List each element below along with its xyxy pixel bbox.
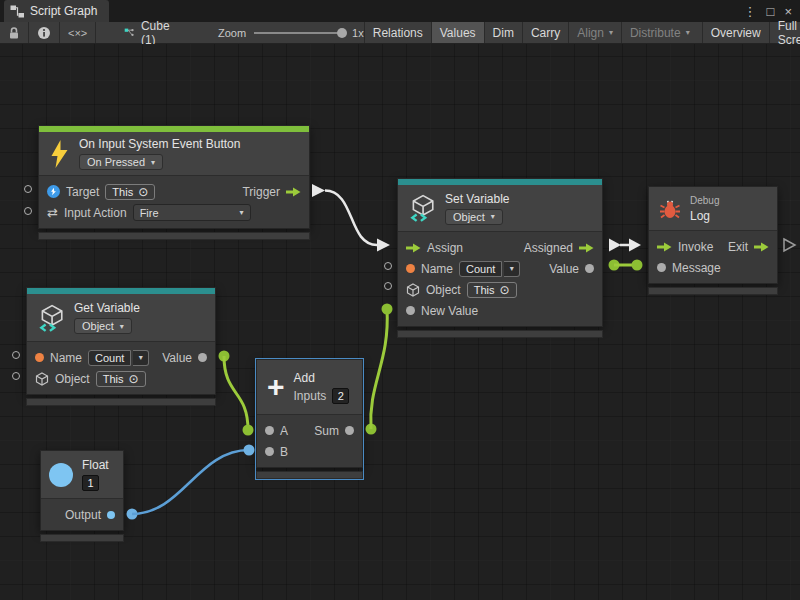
- a-in-port[interactable]: [265, 426, 274, 435]
- get-variable-node[interactable]: Get Variable Object ▾ Name Count ▾: [26, 287, 216, 406]
- new-value-in-port[interactable]: [406, 306, 415, 315]
- sum-out-port[interactable]: [345, 426, 354, 435]
- port-label: Input Action: [64, 206, 127, 220]
- node-footer: [397, 330, 603, 338]
- event-mode-dropdown[interactable]: On Pressed ▾: [79, 154, 163, 170]
- exit-flow-out-port[interactable]: [754, 242, 769, 252]
- node-title: Set Variable: [445, 192, 509, 206]
- wire-sum-to-newvalue[interactable]: [366, 304, 393, 435]
- unconnected-port[interactable]: [384, 282, 392, 290]
- zoom-value: 1x: [352, 27, 364, 39]
- toolbar-right-group: Relations Values Dim Carry Align ▾ Distr…: [364, 22, 800, 43]
- message-port-row: Message: [649, 257, 777, 278]
- window-maximize-icon[interactable]: □: [767, 5, 775, 18]
- variable-name-dropdown[interactable]: Count ▾: [88, 350, 149, 366]
- distribute-dropdown-button[interactable]: Distribute ▾: [621, 22, 698, 43]
- collapse-button[interactable]: <×>: [60, 22, 96, 43]
- wire-output-to-b[interactable]: [127, 445, 255, 520]
- node-title: On Input System Event Button: [79, 137, 240, 151]
- unconnected-port[interactable]: [12, 372, 20, 380]
- port-label: Object: [55, 372, 90, 386]
- unconnected-port[interactable]: [24, 185, 32, 193]
- add-node[interactable]: + Add Inputs 2 A Sum: [256, 359, 363, 479]
- variable-cube-icon: [408, 194, 436, 222]
- bug-icon: [659, 198, 681, 220]
- variable-scope-dropdown[interactable]: Object ▾: [445, 209, 503, 225]
- lock-button[interactable]: [0, 22, 29, 43]
- exit-unconnected-port[interactable]: [784, 239, 795, 251]
- window-menu-icon[interactable]: ⋮: [744, 5, 757, 18]
- variable-cube-icon: [37, 304, 65, 332]
- name-value-port[interactable]: [406, 264, 415, 273]
- unconnected-port[interactable]: [12, 351, 20, 359]
- unconnected-port[interactable]: [384, 262, 392, 270]
- object-value: This: [103, 373, 124, 385]
- node-footer: [40, 534, 124, 542]
- relations-button[interactable]: Relations: [364, 22, 431, 43]
- port-label: A: [280, 424, 288, 438]
- trigger-flow-out-port[interactable]: [286, 187, 301, 197]
- target-icon: ⊙: [138, 186, 148, 198]
- chevron-down-icon: ▾: [240, 208, 244, 217]
- wire-getvalue-to-a[interactable]: [219, 351, 254, 436]
- wire-assigned-to-invoke[interactable]: [609, 239, 641, 252]
- window-close-icon[interactable]: ×: [784, 5, 792, 18]
- wire-value-to-message[interactable]: [609, 260, 643, 271]
- float-node[interactable]: Float 1 Output: [40, 450, 124, 542]
- port-label: Sum: [314, 424, 339, 438]
- debug-log-node[interactable]: Debug Log Invoke Exit: [648, 186, 778, 295]
- value-out-port[interactable]: [198, 353, 207, 362]
- values-button[interactable]: Values: [431, 22, 484, 43]
- node-footer: [256, 471, 363, 479]
- tab-script-graph[interactable]: Script Graph: [4, 0, 109, 22]
- message-in-port[interactable]: [657, 263, 666, 272]
- on-input-event-node[interactable]: On Input System Event Button On Pressed …: [38, 125, 310, 240]
- debug-log-header: Debug Log: [649, 187, 777, 231]
- target-this-pill[interactable]: This ⊙: [105, 184, 155, 200]
- node-footer: [26, 398, 216, 406]
- chevron-down-icon[interactable]: ▾: [133, 350, 149, 366]
- align-dropdown-button[interactable]: Align ▾: [568, 22, 621, 43]
- target-icon: ⊙: [128, 373, 138, 385]
- event-mode-value: On Pressed: [87, 156, 145, 168]
- object-port-row: Object This ⊙: [398, 279, 602, 300]
- target-icon: ⊙: [499, 284, 509, 296]
- carry-button[interactable]: Carry: [522, 22, 568, 43]
- object-value: This: [474, 284, 495, 296]
- assign-flow-in-port[interactable]: [406, 243, 421, 253]
- value-out-port[interactable]: [585, 264, 594, 273]
- input-action-dropdown[interactable]: Fire ▾: [133, 204, 251, 221]
- node-title: Float: [82, 458, 109, 472]
- set-variable-node[interactable]: Set Variable Object ▾ Assign Assigned: [397, 178, 603, 338]
- variable-name-value: Count: [88, 350, 131, 366]
- b-in-port[interactable]: [265, 447, 274, 456]
- wire-trigger-to-assign[interactable]: [312, 184, 390, 252]
- chevron-down-icon[interactable]: ▾: [504, 261, 520, 277]
- object-this-pill[interactable]: This ⊙: [96, 371, 146, 387]
- graph-context-button[interactable]: Cube (1): [116, 22, 182, 43]
- object-cube-icon: [406, 283, 420, 297]
- port-label: Value: [162, 351, 192, 365]
- name-value-port[interactable]: [35, 353, 44, 362]
- zoom-slider-handle[interactable]: [337, 28, 347, 38]
- overview-button[interactable]: Overview: [702, 22, 769, 43]
- port-label: New Value: [421, 304, 478, 318]
- full-screen-button[interactable]: Full Screen: [769, 22, 800, 43]
- graph-canvas[interactable]: On Input System Event Button On Pressed …: [0, 44, 800, 600]
- zoom-slider[interactable]: [254, 32, 344, 34]
- output-out-port[interactable]: [107, 511, 115, 519]
- inputs-count-field[interactable]: 2: [332, 388, 349, 404]
- target-port-row: Target This ⊙ Trigger: [39, 181, 309, 202]
- float-value-field[interactable]: 1: [82, 475, 99, 491]
- invoke-flow-in-port[interactable]: [657, 242, 672, 252]
- event-node-header: On Input System Event Button On Pressed …: [39, 132, 309, 176]
- node-footer: [38, 232, 310, 240]
- info-button[interactable]: [29, 22, 60, 43]
- variable-name-dropdown[interactable]: Count ▾: [459, 261, 520, 277]
- variable-scope-dropdown[interactable]: Object ▾: [74, 318, 132, 334]
- chevron-down-icon: ▾: [609, 28, 613, 37]
- unconnected-port[interactable]: [24, 207, 32, 215]
- dim-button[interactable]: Dim: [484, 22, 522, 43]
- assigned-flow-out-port[interactable]: [579, 243, 594, 253]
- object-this-pill[interactable]: This ⊙: [467, 282, 517, 298]
